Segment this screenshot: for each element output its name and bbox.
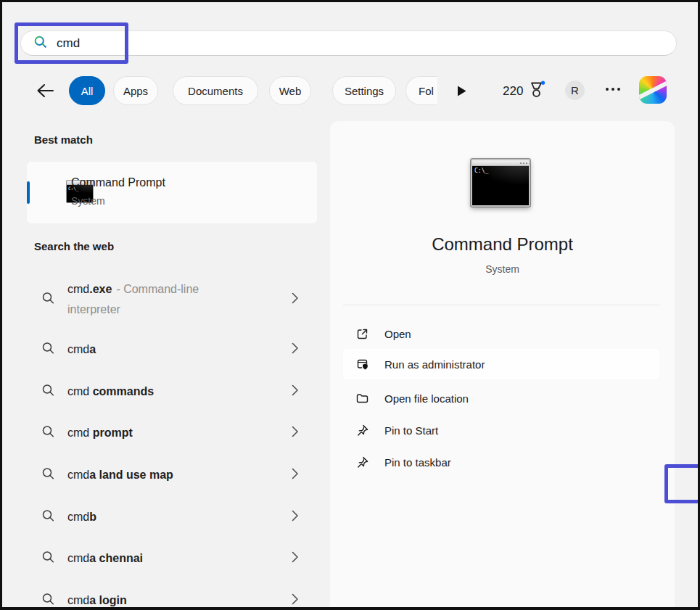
web-suggestion-row[interactable]: cmda land use map: [27, 458, 317, 492]
tab-label: Apps: [123, 85, 148, 97]
selection-accent-bar: [27, 181, 30, 204]
action-open[interactable]: Open: [343, 318, 659, 350]
suggestion-completion: a login: [89, 594, 127, 606]
dot-icon: [606, 88, 609, 91]
avatar-initial: R: [571, 84, 579, 96]
preview-panel: C:\_ Command Prompt System Open: [330, 121, 675, 610]
play-triangle-icon: [456, 85, 467, 97]
best-match-subtitle: System: [71, 195, 105, 207]
search-row-icon: [41, 509, 55, 526]
tab-settings[interactable]: Settings: [332, 76, 396, 105]
open-external-icon: [355, 327, 370, 341]
pin-icon: [355, 456, 370, 469]
web-suggestion-row[interactable]: cmd.exe- Command-line interpreter: [27, 275, 317, 324]
suggestion-typed: cmd: [67, 552, 89, 564]
web-suggestion-row[interactable]: cmdb: [27, 500, 317, 535]
back-button[interactable]: [35, 82, 57, 101]
best-match-item[interactable]: C:\_ Command Prompt System: [27, 162, 317, 223]
tab-all[interactable]: All: [69, 76, 105, 105]
action-label: Pin to taskbar: [384, 456, 451, 469]
action-run-as-administrator[interactable]: Run as administrator: [343, 349, 659, 379]
suggestion-completion: a: [89, 343, 96, 355]
chevron-right-icon[interactable]: [291, 510, 299, 525]
action-label: Open file location: [384, 392, 469, 405]
action-label: Open: [384, 328, 411, 340]
chevron-right-icon[interactable]: [291, 426, 299, 441]
suggestion-typed: cmd: [67, 594, 89, 606]
action-open-file-location[interactable]: Open file location: [343, 382, 659, 414]
tab-apps[interactable]: Apps: [113, 76, 158, 105]
search-web-heading: Search the web: [34, 240, 114, 252]
suggestion-typed: cmd: [67, 385, 89, 397]
copilot-icon[interactable]: [639, 76, 667, 104]
rewards-counter[interactable]: 220: [503, 81, 545, 102]
suggestion-completion: a chennai: [89, 552, 143, 564]
action-pin-to-taskbar[interactable]: Pin to taskbar: [343, 446, 659, 478]
suggestion-typed: cmd: [67, 511, 89, 523]
annotation-run-as-administrator: [664, 464, 700, 503]
search-row-icon: [41, 425, 55, 442]
search-row-icon: [41, 342, 55, 358]
search-row-icon: [41, 593, 55, 609]
chevron-right-icon[interactable]: [291, 384, 299, 400]
tab-label: Settings: [345, 85, 384, 97]
web-suggestion-row[interactable]: cmda chennai: [27, 541, 317, 576]
web-suggestion-row[interactable]: cmd prompt: [27, 416, 317, 450]
web-suggestion-row[interactable]: cmda login: [27, 583, 317, 610]
rewards-medal-icon: [529, 81, 545, 102]
suggestion-typed: cmd: [67, 426, 89, 439]
preview-subtitle: System: [330, 263, 675, 275]
suggestion-typed: cmd: [67, 469, 89, 481]
divider: [343, 305, 659, 305]
chevron-right-icon[interactable]: [291, 468, 299, 483]
dot-icon: [617, 88, 620, 91]
tab-label: Web: [279, 85, 302, 97]
suggestion-completion: b: [89, 511, 96, 523]
rewards-points: 220: [503, 84, 523, 99]
best-match-heading: Best match: [34, 133, 93, 146]
search-query-text: cmd: [57, 36, 80, 51]
windows-search-flyout: cmd All Apps Documents Web Settings Fol …: [0, 0, 700, 610]
dot-icon: [612, 88, 614, 91]
tab-web[interactable]: Web: [269, 76, 311, 105]
chevron-right-icon[interactable]: [291, 551, 299, 566]
tab-label: Documents: [188, 85, 243, 97]
tab-documents[interactable]: Documents: [173, 76, 258, 105]
pin-icon: [355, 424, 370, 437]
web-suggestion-row[interactable]: cmda: [27, 332, 317, 367]
shield-window-icon: [355, 358, 370, 371]
action-pin-to-start[interactable]: Pin to Start: [343, 414, 659, 446]
search-input[interactable]: cmd: [20, 30, 677, 56]
search-row-icon: [41, 384, 55, 400]
search-row-icon: [41, 551, 55, 567]
web-suggestion-row[interactable]: cmd commands: [27, 374, 317, 409]
suggestion-completion: a land use map: [89, 469, 173, 481]
tab-folders-truncated[interactable]: Fol: [405, 76, 437, 105]
action-label: Run as administrator: [384, 358, 485, 371]
more-options-button[interactable]: [606, 88, 620, 91]
suggestion-typed: cmd: [67, 283, 89, 295]
search-icon: [33, 35, 48, 52]
action-label: Pin to Start: [384, 424, 438, 437]
chevron-right-icon[interactable]: [291, 342, 299, 358]
preview-title: Command Prompt: [330, 234, 675, 255]
search-row-icon: [41, 467, 55, 484]
suggestion-completion: .exe: [89, 283, 112, 295]
chevron-right-icon[interactable]: [291, 593, 299, 609]
suggestion-completion: prompt: [89, 426, 133, 439]
suggestion-typed: cmd: [67, 343, 89, 355]
account-avatar[interactable]: R: [565, 81, 585, 100]
command-prompt-icon-large: C:\_: [471, 159, 530, 207]
folder-icon: [355, 392, 370, 405]
chevron-right-icon[interactable]: [291, 292, 299, 308]
suggestion-completion: commands: [89, 385, 154, 397]
tab-label: All: [81, 85, 94, 97]
best-match-title: Command Prompt: [71, 176, 165, 189]
tab-label: Fol: [419, 85, 434, 97]
search-row-icon: [41, 292, 55, 308]
scroll-tabs-right-button[interactable]: [456, 85, 468, 98]
